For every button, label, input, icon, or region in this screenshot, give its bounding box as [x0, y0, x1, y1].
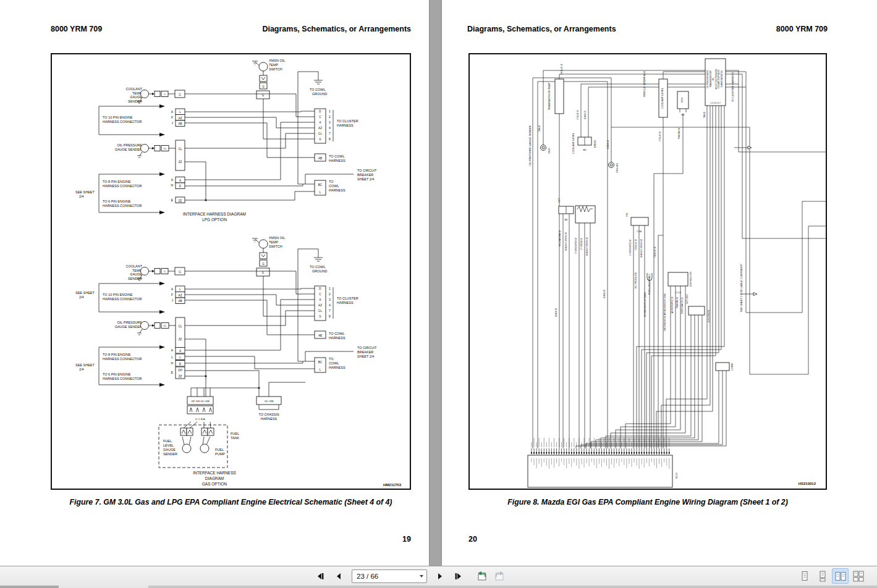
svg-text:SHEET 2/4: SHEET 2/4	[357, 355, 374, 358]
svg-text:DK BLUE 18: DK BLUE 18	[635, 239, 637, 250]
svg-text:A B: A B	[583, 149, 587, 151]
svg-text:TO COWL: TO COWL	[310, 265, 326, 269]
two-pages-icon	[834, 570, 847, 582]
svg-text:DISTRIBUTOR: DISTRIBUTOR	[690, 271, 692, 287]
svg-text:L: L	[179, 288, 181, 291]
svg-text:C B A: C B A	[637, 230, 642, 233]
svg-text:AZ: AZ	[179, 294, 182, 297]
svg-text:TAN 18: TAN 18	[538, 125, 541, 132]
svg-text:TRANSMISSION TEMP: TRANSMISSION TEMP	[710, 70, 712, 88]
svg-text:OIL PRESSURE GAUGE: OIL PRESSURE GAUGE	[706, 70, 709, 88]
svg-text:L: L	[320, 368, 321, 371]
see-sheet-label: SEE SHEET	[75, 190, 95, 194]
coolant-sender-label: COOLANT	[125, 87, 142, 91]
svg-text:7: 7	[329, 132, 331, 135]
svg-text:SENDER: SENDER	[163, 452, 177, 456]
svg-text:COOLANT: COOLANT	[125, 264, 142, 268]
svg-text:C: C	[179, 93, 181, 96]
lpg-title: INTERFACE HARNESS DIAGRAM	[183, 212, 246, 216]
svg-text:BLACK 18: BLACK 18	[603, 290, 606, 298]
svg-text:G: G	[262, 94, 265, 97]
svg-text:RING: RING	[548, 148, 551, 153]
last-page-button[interactable]	[452, 570, 465, 582]
svg-text:SEE SHEET: SEE SHEET	[75, 363, 95, 367]
svg-text:HARNESS CONNECTOR: HARNESS CONNECTOR	[103, 184, 142, 188]
svg-text:2/4: 2/4	[79, 368, 84, 371]
svg-text:L: L	[171, 355, 173, 359]
oil-pressure-sender-label: OIL PRESSURE GAUGE SENDER	[528, 125, 532, 166]
svg-text:PINK/TAN 18: PINK/TAN 18	[678, 128, 680, 139]
svg-text:PUSH_ON_FEMALE: PUSH_ON_FEMALE	[648, 274, 651, 295]
layout-two-pages-continuous-button[interactable]	[850, 568, 866, 584]
svg-text:2: 2	[329, 115, 331, 119]
svg-text:BLACK 16: BLACK 16	[584, 111, 587, 119]
resistor-box	[575, 206, 595, 223]
svg-text:1 2 3 4: 1 2 3 4	[675, 292, 681, 294]
svg-text:GAUGE: GAUGE	[163, 448, 176, 452]
svg-text:HARNESS: HARNESS	[337, 124, 354, 127]
svg-text:PUMP: PUMP	[215, 452, 225, 456]
svg-text:HARNESS: HARNESS	[329, 159, 345, 162]
svg-text:ZZ: ZZ	[179, 338, 182, 341]
combo-dropdown-arrow	[420, 575, 423, 578]
ten-pin-label: TO 10 PIN ENGINE	[103, 116, 133, 119]
right-header-doc-code: 8000 YRM 709	[776, 25, 828, 33]
svg-text:3: 3	[329, 298, 331, 301]
comm-connector	[716, 363, 729, 371]
svg-text:HARNESS: HARNESS	[329, 366, 345, 369]
layout-single-page-button[interactable]	[796, 568, 813, 584]
svg-text:TO CHASSIS: TO CHASSIS	[258, 413, 279, 416]
svg-text:NOT USED: NOT USED	[686, 293, 688, 303]
left-page-header: 8000 YRM 709 Diagrams, Schematics, or Ar…	[51, 25, 411, 33]
cluster-harness-label: TO CLUSTER	[337, 119, 358, 123]
svg-text:TO 6 PIN ENGINE: TO 6 PIN ENGINE	[103, 372, 131, 376]
previous-view-button[interactable]	[475, 570, 488, 582]
svg-text:L: L	[179, 111, 181, 114]
svg-text:OIL PRESSURE: OIL PRESSURE	[117, 321, 143, 324]
svg-text:PINK/TAN 18: PINK/TAN 18	[676, 297, 679, 308]
right-page-header: Diagrams, Schematics, or Arrangements 80…	[467, 25, 828, 33]
svg-text:F: F	[171, 116, 173, 119]
cowl-ground-label: TO COWL	[310, 88, 326, 91]
svg-text:SWITCH: SWITCH	[269, 245, 282, 248]
svg-text:L: L	[179, 356, 181, 359]
svg-text:LT GREEN 18: LT GREEN 18	[580, 238, 583, 250]
first-page-button[interactable]	[314, 570, 326, 582]
svg-text:AZ: AZ	[179, 117, 182, 120]
svg-text:ECT: ECT	[558, 198, 561, 203]
svg-text:DK GREEN/WHITE 18 FEMALE: DK GREEN/WHITE 18 FEMALE	[644, 292, 646, 317]
document-area[interactable]: 8000 YRM 709 Diagrams, Schematics, or Ar…	[0, 0, 877, 566]
oil-sender-label: OIL PRESSURE	[117, 143, 143, 147]
svg-text:HARNESS: HARNESS	[261, 417, 278, 421]
left-header-doc-code: 8000 YRM 709	[51, 25, 102, 33]
svg-text:LT GREEN/RED 18: LT GREEN/RED 18	[575, 238, 577, 254]
svg-text:A B: A B	[565, 219, 568, 221]
xmsn-label: XMSN OIL	[269, 59, 285, 62]
continuous-page-icon	[816, 570, 829, 582]
svg-text:TO 8 PIN ENGINE: TO 8 PIN ENGINE	[103, 353, 131, 356]
svg-text:CL: CL	[179, 148, 182, 151]
fuel-level-label: FUEL	[163, 439, 172, 443]
svg-text:AUX OUT (OIL PRESSURE): AUX OUT (OIL PRESSURE)	[715, 69, 718, 89]
next-page-button[interactable]	[434, 570, 446, 582]
svg-text:HARNESS CONNECTOR: HARNESS CONNECTOR	[103, 120, 142, 124]
right-header-section-title: Diagrams, Schematics, or Arrangements	[467, 25, 616, 33]
svg-text:XMSN OIL: XMSN OIL	[269, 236, 285, 240]
ecu-connector-box	[528, 455, 672, 487]
svg-text:G: G	[262, 262, 265, 266]
svg-text:H: H	[171, 361, 173, 365]
svg-text:TEMP: TEMP	[269, 63, 279, 67]
svg-text:COWL: COWL	[329, 184, 339, 188]
svg-text:G: G	[319, 138, 321, 141]
svg-text:HARNESS CONNECTOR: HARNESS CONNECTOR	[103, 377, 142, 380]
svg-text:G: G	[319, 315, 321, 318]
layout-two-pages-button[interactable]	[832, 568, 849, 584]
next-view-button[interactable]	[494, 570, 506, 582]
svg-text:TO COWL: TO COWL	[329, 154, 345, 158]
previous-page-button[interactable]	[333, 570, 345, 582]
svg-text:BC: BC	[318, 183, 323, 187]
page-number-combo[interactable]: 23 / 66	[352, 569, 427, 583]
layout-continuous-button[interactable]	[814, 568, 831, 584]
svg-text:TO: TO	[329, 180, 334, 183]
next-view-icon	[494, 571, 506, 581]
